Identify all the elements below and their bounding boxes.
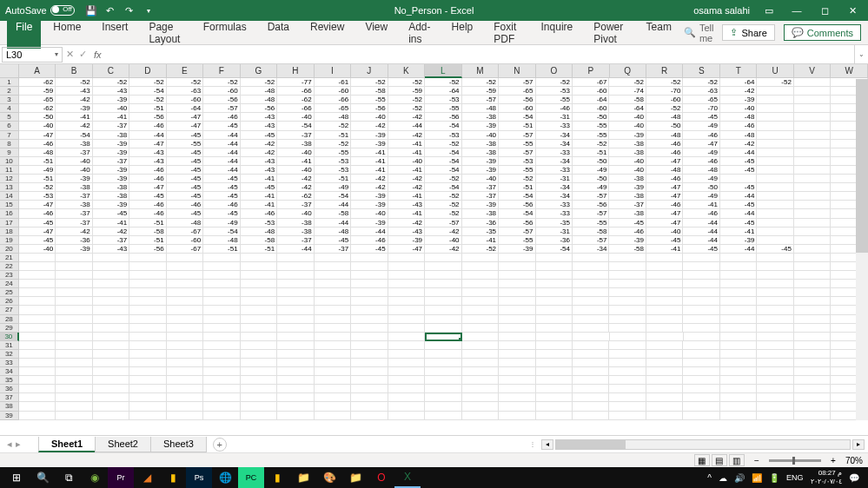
cell[interactable] [129,359,166,367]
cell[interactable] [241,288,277,297]
notifications-icon[interactable]: 💬 [849,473,859,483]
row-header[interactable]: 6 [0,122,19,130]
cell[interactable] [720,333,757,341]
cell[interactable]: -44 [203,148,240,157]
cell[interactable] [573,324,609,333]
zoom-slider[interactable] [769,459,821,462]
cell[interactable] [315,412,351,420]
cell[interactable]: -60 [167,236,203,245]
cell[interactable] [19,254,56,262]
cell[interactable]: -38 [93,183,129,192]
cell[interactable]: -37 [56,192,92,201]
cell[interactable]: -67 [167,245,203,254]
cell[interactable] [573,297,609,306]
cell[interactable] [720,175,757,183]
sheet-tab[interactable]: Sheet3 [150,437,207,452]
cell[interactable]: -52 [129,96,166,104]
cell[interactable]: -52 [425,175,461,183]
cell[interactable]: -44 [720,192,757,201]
cell[interactable] [720,376,757,385]
cell[interactable]: -49 [683,148,719,157]
cell[interactable]: -39 [609,236,646,245]
cell[interactable] [203,271,240,280]
cell[interactable]: -44 [315,219,351,228]
cell[interactable] [277,402,314,411]
cell[interactable] [425,315,461,324]
cell[interactable] [167,341,203,350]
cell[interactable] [388,367,425,376]
cell[interactable] [241,341,277,350]
cell[interactable]: -42 [93,228,129,236]
cell[interactable] [720,350,757,359]
cell[interactable]: -40 [56,166,92,175]
cell[interactable] [683,385,719,393]
cell[interactable] [462,297,499,306]
cell[interactable] [315,280,351,288]
fx-icon[interactable]: fx [90,49,105,60]
cell[interactable] [794,140,831,148]
cell[interactable]: -41 [93,219,129,228]
cell[interactable]: -54 [425,148,461,157]
cell[interactable] [462,341,499,350]
cell[interactable] [720,359,757,367]
cell[interactable] [794,350,831,359]
cell[interactable] [794,175,831,183]
cell[interactable] [129,385,166,393]
cell[interactable] [683,280,719,288]
cell[interactable]: -42 [56,228,92,236]
cell[interactable]: -46 [19,140,56,148]
cell[interactable]: -53 [315,157,351,166]
cell[interactable]: -51 [315,175,351,183]
cell[interactable]: -64 [609,104,646,113]
column-header[interactable]: M [462,64,499,77]
cell[interactable]: -40 [93,104,129,113]
cell[interactable] [129,288,166,297]
spreadsheet-grid[interactable]: ABCDEFGHIJKLMNOPQRSTUVW 1-62-52-52-52-52… [0,64,868,420]
cell[interactable] [683,376,719,385]
cell[interactable]: -48 [462,104,499,113]
cell[interactable]: -46 [609,228,646,236]
column-header[interactable]: A [19,64,56,77]
cell[interactable] [315,350,351,359]
cell[interactable] [794,262,831,271]
cell[interactable] [19,412,56,420]
cell[interactable]: -42 [241,148,277,157]
cell[interactable] [167,288,203,297]
cell[interactable]: -56 [499,201,535,209]
cell[interactable]: -52 [315,122,351,130]
cell[interactable] [757,385,793,393]
cell[interactable]: -57 [573,192,609,201]
cell[interactable] [757,254,793,262]
cell[interactable] [203,324,240,333]
cell[interactable] [203,341,240,350]
cell[interactable] [167,297,203,306]
cell[interactable]: -52 [56,78,92,87]
cell[interactable] [351,393,388,402]
column-header[interactable]: F [203,64,240,77]
cell[interactable] [93,297,129,306]
cell[interactable] [315,359,351,367]
cell[interactable] [683,315,719,324]
cell[interactable]: -56 [499,96,535,104]
cell[interactable]: -57 [499,131,535,140]
cell[interactable] [129,402,166,411]
cell[interactable] [683,288,719,297]
autosave-toggle[interactable]: AutoSave Off [5,5,75,16]
cell[interactable]: -50 [573,175,609,183]
add-sheet-button[interactable]: + [213,438,227,452]
cell[interactable] [462,412,499,420]
cell[interactable] [388,262,425,271]
cell[interactable]: -52 [536,78,573,87]
cell[interactable] [573,271,609,280]
cell[interactable]: -66 [315,96,351,104]
close-icon[interactable]: ✕ [844,2,861,19]
cell[interactable] [351,262,388,271]
cell[interactable]: -45 [167,157,203,166]
cell[interactable] [203,359,240,367]
cell[interactable]: -46 [646,140,683,148]
ribbon-tab-file[interactable]: File [7,17,41,49]
cell[interactable] [720,262,757,271]
cell[interactable] [241,376,277,385]
cell[interactable] [56,254,92,262]
cell[interactable] [315,262,351,271]
